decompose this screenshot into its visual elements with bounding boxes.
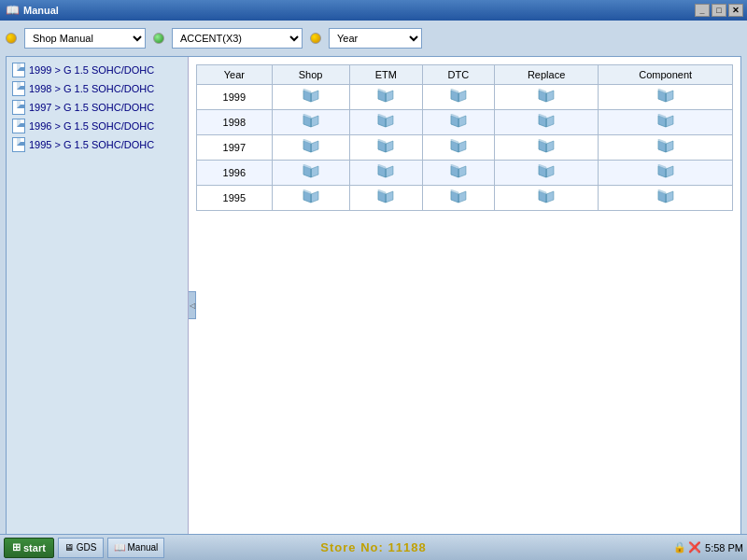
table-row[interactable]: 1999: [197, 85, 733, 110]
dtc-cell[interactable]: [422, 186, 494, 211]
svg-marker-33: [546, 116, 554, 127]
dtc-cell[interactable]: [422, 135, 494, 161]
etm-book-icon: [376, 164, 395, 179]
dtc-book-icon: [449, 164, 468, 179]
component-cell[interactable]: [599, 135, 733, 161]
svg-marker-55: [539, 139, 546, 152]
replace-cell[interactable]: [494, 85, 599, 110]
maximize-button[interactable]: □: [712, 4, 726, 17]
svg-marker-53: [546, 141, 554, 152]
sidebar-item-3[interactable]: 1996 > G 1.5 SOHC/DOHC: [8, 117, 186, 135]
minimize-button[interactable]: _: [695, 4, 710, 17]
shop-cell[interactable]: [272, 186, 349, 211]
etm-book-icon: [376, 139, 395, 154]
replace-book-icon: [537, 164, 556, 179]
shop-cell[interactable]: [272, 110, 349, 135]
svg-marker-27: [378, 114, 386, 127]
etm-cell[interactable]: [349, 161, 422, 186]
svg-marker-89: [458, 191, 466, 203]
dtc-cell[interactable]: [422, 85, 494, 110]
etm-book-icon: [376, 189, 395, 204]
svg-marker-7: [378, 89, 386, 102]
sidebar-label-1: 1998 > G 1.5 SOHC/DOHC: [29, 83, 154, 94]
title-bar: 📖 Manual _ □ ✕: [0, 0, 747, 21]
app-icon: 📖: [6, 4, 20, 17]
replace-book-icon: [537, 139, 556, 154]
close-button[interactable]: ✕: [728, 4, 743, 17]
table-row[interactable]: 1997: [197, 135, 733, 161]
dtc-book-icon: [449, 114, 468, 129]
etm-cell[interactable]: [349, 110, 422, 135]
svg-marker-95: [539, 189, 546, 203]
col-header-replace: Replace: [494, 65, 599, 85]
indicator-2: [153, 33, 164, 44]
dtc-cell[interactable]: [422, 110, 494, 135]
doc-icon-3: [12, 119, 25, 133]
etm-cell[interactable]: [349, 85, 422, 110]
svg-marker-11: [451, 89, 458, 102]
svg-marker-59: [658, 139, 666, 152]
shop-cell[interactable]: [272, 161, 349, 186]
replace-cell[interactable]: [494, 161, 599, 186]
svg-marker-83: [303, 189, 311, 203]
gds-icon: 🖥: [64, 542, 74, 553]
replace-cell[interactable]: [494, 135, 599, 161]
component-cell[interactable]: [599, 186, 733, 211]
etm-cell[interactable]: [349, 186, 422, 211]
etm-book-icon: [376, 114, 395, 129]
shop-book-icon: [302, 189, 320, 204]
col-header-component: Component: [599, 65, 733, 85]
sidebar-item-2[interactable]: 1997 > G 1.5 SOHC/DOHC: [8, 98, 186, 117]
replace-cell[interactable]: [494, 110, 599, 135]
shop-book-icon: [302, 114, 320, 129]
svg-marker-87: [378, 189, 386, 203]
svg-marker-91: [451, 189, 458, 203]
svg-marker-19: [658, 89, 666, 102]
sidebar-item-1[interactable]: 1998 > G 1.5 SOHC/DOHC: [8, 79, 186, 98]
svg-marker-1: [311, 91, 318, 102]
start-icon: ⊞: [12, 541, 21, 553]
dtc-cell[interactable]: [422, 161, 494, 186]
doc-icon-1: [12, 81, 25, 96]
model-select[interactable]: ACCENT(X3) SONATA ELANTRA: [172, 28, 303, 49]
replace-book-icon: [537, 189, 556, 204]
component-cell[interactable]: [599, 110, 733, 135]
svg-marker-63: [303, 164, 311, 177]
manual-type-select[interactable]: Shop Manual ETM DTC: [24, 28, 146, 49]
component-book-icon: [656, 164, 675, 179]
replace-cell[interactable]: [494, 186, 599, 211]
etm-cell[interactable]: [349, 135, 422, 161]
shop-cell[interactable]: [272, 85, 349, 110]
watermark: Store No: 11188: [320, 540, 426, 554]
col-header-year: Year: [197, 65, 273, 85]
taskbar-manual-btn[interactable]: 📖 Manual: [107, 538, 165, 558]
data-table: Year Shop ETM DTC Replace Component 1999: [196, 64, 733, 211]
shop-cell[interactable]: [272, 135, 349, 161]
sidebar-item-0[interactable]: 1999 > G 1.5 SOHC/DOHC: [8, 61, 186, 79]
component-cell[interactable]: [599, 161, 733, 186]
component-book-icon: [656, 114, 675, 129]
year-select[interactable]: Year 1995 1996 1997 1998 1999: [329, 28, 422, 49]
component-cell[interactable]: [599, 85, 733, 110]
svg-marker-75: [539, 164, 546, 177]
doc-icon-0: [12, 63, 25, 77]
sidebar-label-2: 1997 > G 1.5 SOHC/DOHC: [29, 102, 154, 113]
start-button[interactable]: ⊞ start: [4, 538, 54, 558]
collapse-handle[interactable]: ◁: [189, 291, 196, 319]
sidebar-item-4[interactable]: 1995 > G 1.5 SOHC/DOHC: [8, 135, 186, 154]
svg-marker-65: [386, 166, 393, 177]
svg-marker-93: [546, 191, 554, 203]
svg-marker-31: [451, 114, 458, 127]
svg-marker-85: [386, 191, 393, 203]
taskbar-gds-btn[interactable]: 🖥 GDS: [58, 538, 104, 558]
etm-book-icon: [376, 89, 395, 104]
svg-marker-67: [378, 164, 386, 177]
table-row[interactable]: 1996: [197, 161, 733, 186]
component-book-icon: [656, 189, 675, 204]
svg-marker-77: [666, 166, 673, 177]
doc-icon-4: [12, 137, 25, 152]
svg-marker-45: [386, 141, 393, 152]
svg-marker-25: [386, 116, 393, 127]
table-row[interactable]: 1998: [197, 110, 733, 135]
table-row[interactable]: 1995: [197, 186, 733, 211]
